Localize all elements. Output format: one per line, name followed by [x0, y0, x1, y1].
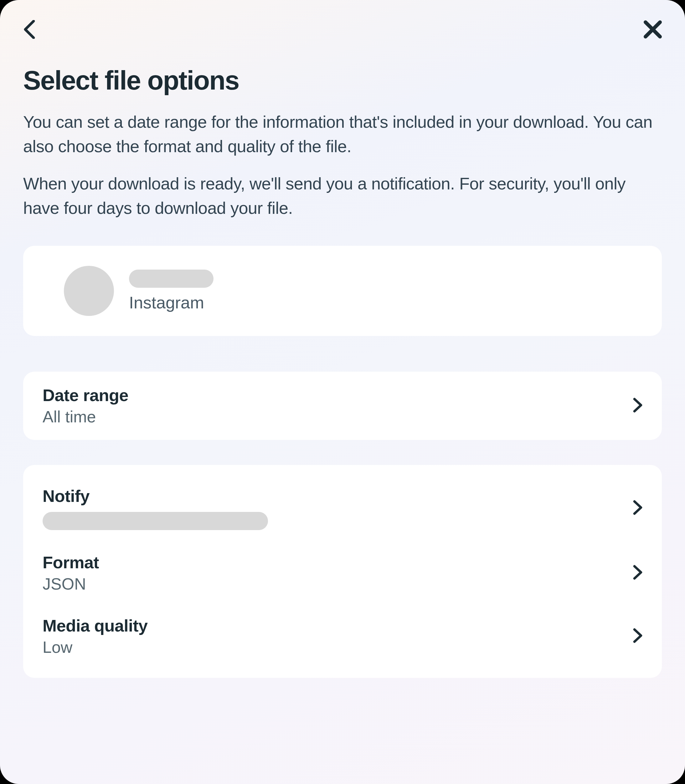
chevron-right-icon	[633, 398, 643, 414]
back-icon[interactable]	[23, 20, 36, 40]
format-label: Format	[42, 553, 99, 572]
media-quality-label: Media quality	[42, 616, 148, 635]
header-row	[23, 20, 662, 40]
page-title: Select file options	[23, 65, 662, 96]
description-1: You can set a date range for the informa…	[23, 110, 662, 159]
chevron-right-icon	[633, 565, 643, 581]
date-range-card: Date range All time	[23, 372, 662, 440]
date-range-labels: Date range All time	[42, 385, 128, 426]
date-range-label: Date range	[42, 385, 128, 405]
file-options-panel: Select file options You can set a date r…	[0, 0, 685, 784]
chevron-right-icon	[633, 628, 643, 644]
date-range-row[interactable]: Date range All time	[23, 372, 662, 440]
username-redacted	[129, 269, 214, 288]
media-quality-value: Low	[42, 638, 148, 657]
notify-label: Notify	[42, 486, 268, 506]
account-text: Instagram	[129, 269, 214, 312]
account-platform: Instagram	[129, 293, 214, 312]
description-2: When your download is ready, we'll send …	[23, 171, 662, 221]
notify-row[interactable]: Notify	[23, 475, 662, 541]
date-range-value: All time	[42, 407, 128, 426]
chevron-right-icon	[633, 500, 643, 516]
account-card: Instagram	[23, 246, 662, 336]
notify-labels: Notify	[42, 486, 268, 530]
media-quality-row[interactable]: Media quality Low	[23, 605, 662, 668]
options-card: Notify Format JSON Media quality Low	[23, 465, 662, 678]
format-labels: Format JSON	[42, 553, 99, 593]
media-quality-labels: Media quality Low	[42, 616, 148, 657]
close-icon[interactable]	[644, 20, 662, 40]
format-value: JSON	[42, 575, 99, 593]
notify-value-redacted	[42, 512, 268, 530]
format-row[interactable]: Format JSON	[23, 541, 662, 605]
avatar	[64, 266, 114, 316]
